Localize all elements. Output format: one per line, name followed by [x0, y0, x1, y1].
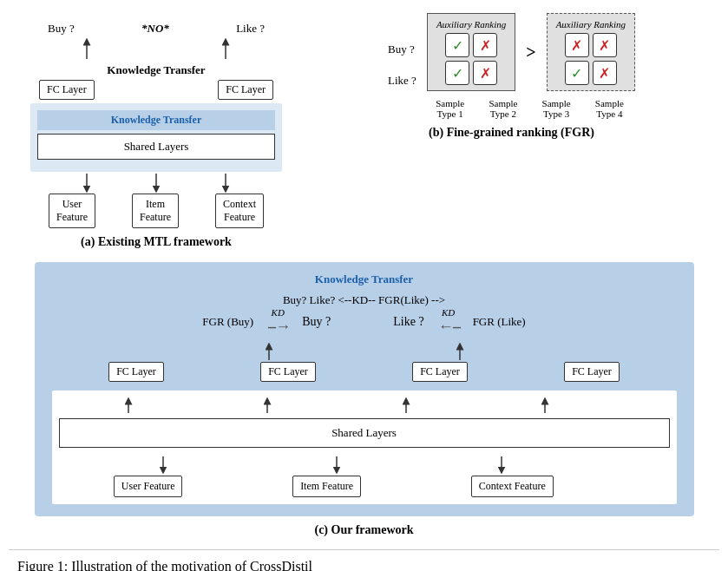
kd1-arrow: - - → [267, 318, 288, 336]
grid-2: ✗ ✗ ✓ ✗ [565, 33, 617, 85]
fc-left-a: FC Layer [39, 80, 95, 100]
our-framework-diagram: Knowledge Transfer Buy? Like? <--KD-- FG… [35, 262, 694, 516]
panel-b-label: (b) Fine-grained ranking (FGR) [429, 126, 594, 140]
aux-title-1: Auxiliary Ranking [436, 19, 506, 30]
our-kt-label: Knowledge Transfer [315, 272, 413, 286]
kd2-arrow: ← - - [438, 318, 459, 336]
kt-band-a: Knowledge Transfer [37, 110, 275, 130]
aux-title-2: Auxiliary Ranking [556, 19, 626, 30]
like-label-b: Like ? [388, 74, 416, 88]
context-feature-c: Context Feature [471, 476, 554, 497]
aux-box-1: Auxiliary Ranking ✓ ✗ ✓ ✗ [427, 13, 515, 91]
cell-1-4: ✗ [473, 61, 497, 85]
buy-q-label: Buy ? [302, 315, 331, 329]
grid-1: ✓ ✗ ✓ ✗ [445, 33, 497, 85]
sample-type-4: SampleType 4 [587, 98, 631, 119]
item-feature-a: ItemFeature [132, 194, 179, 228]
fgr-like-label: FGR (Like) [473, 315, 526, 329]
features-row-a: UserFeature ItemFeature ContextFeature [30, 194, 282, 228]
fc-right-a: FC Layer [218, 80, 273, 100]
kd2-label: KD [442, 307, 455, 318]
fc-2-c: FC Layer [260, 362, 316, 382]
main-container: Buy ? *NO* Like ? [9, 9, 719, 571]
our-arrows-down-svg [59, 455, 614, 472]
aux-box-2: Auxiliary Ranking ✗ ✗ ✓ ✗ [547, 13, 635, 91]
item-feature-c: Item Feature [292, 476, 361, 497]
our-fc-row: FC Layer FC Layer FC Layer FC Layer [52, 362, 677, 382]
fc-row-a: FC Layer FC Layer [30, 80, 282, 100]
no-label: *NO* [141, 22, 169, 36]
user-feature-c: User Feature [114, 476, 183, 497]
top-row: Buy ? *NO* Like ? [9, 9, 719, 253]
panel-c: Knowledge Transfer Buy? Like? <--KD-- FG… [9, 262, 719, 537]
sample-type-1: SampleType 1 [429, 98, 472, 119]
panel-a-label: (a) Existing MTL framework [81, 235, 232, 249]
figure-caption: Figure 1: Illustration of the motivation… [9, 549, 719, 571]
cell-1-1: ✓ [445, 33, 469, 57]
user-feature-a: UserFeature [49, 194, 95, 228]
mtl-blue-wrapper: Knowledge Transfer Shared Layers [30, 103, 282, 172]
gt-1: > [522, 43, 539, 62]
shared-box-c: Shared Layers [59, 418, 670, 448]
cell-2-3: ✓ [565, 61, 589, 85]
arrows-down-svg [35, 172, 278, 194]
our-arrows-mid-svg [59, 397, 614, 415]
fgr-buy-label: FGR (Buy) [202, 315, 253, 329]
context-feature-a: ContextFeature [215, 194, 264, 228]
cell-1-2: ✗ [473, 33, 497, 57]
our-arrows-up-svg [69, 343, 659, 362]
cell-1-3: ✓ [445, 61, 469, 85]
fgr-diagram: Buy ? Like ? Auxiliary Ranking ✓ ✗ ✓ ✗ [388, 13, 635, 119]
buy-label-b: Buy ? [388, 43, 416, 56]
like-q-label: Like ? [393, 315, 423, 329]
kd1-label: KD [272, 307, 285, 318]
arrows-up-svg [35, 37, 278, 63]
panel-a: Buy ? *NO* Like ? [9, 9, 304, 253]
sample-type-2: SampleType 2 [482, 98, 525, 119]
shared-box-a: Shared Layers [37, 134, 275, 160]
kt-title-a: Knowledge Transfer [107, 63, 205, 76]
cell-2-2: ✗ [593, 33, 617, 57]
fc-3-c: FC Layer [412, 362, 468, 382]
cell-2-1: ✗ [565, 33, 589, 57]
fc-1-c: FC Layer [108, 362, 164, 382]
panel-b: Buy ? Like ? Auxiliary Ranking ✓ ✗ ✓ ✗ [304, 9, 719, 144]
our-features-row: User Feature Item Feature Context Featur… [59, 476, 609, 497]
like-label-a: Like ? [236, 22, 265, 36]
buy-label-a: Buy ? [48, 22, 75, 36]
panel-c-label: (c) Our framework [314, 523, 413, 537]
cell-2-4: ✗ [593, 61, 617, 85]
mtl-diagram: Buy ? *NO* Like ? [30, 13, 282, 228]
sample-type-3: SampleType 3 [535, 98, 578, 119]
fc-4-c: FC Layer [564, 362, 620, 382]
